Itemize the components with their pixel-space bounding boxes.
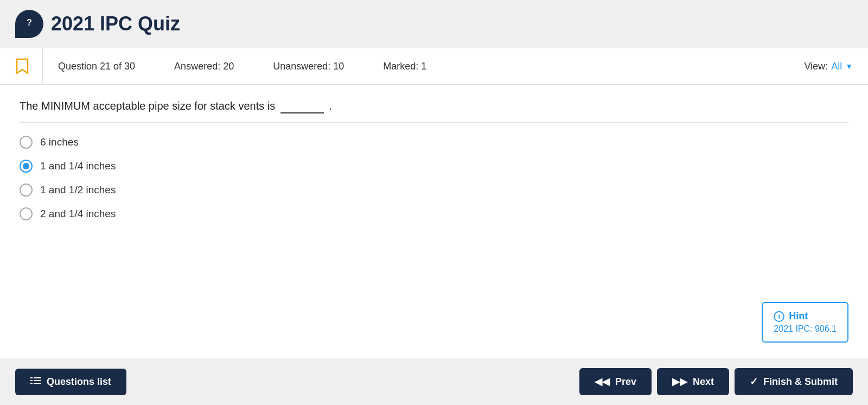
svg-rect-5	[34, 380, 41, 381]
finish-label: Finish & Submit	[763, 376, 838, 388]
view-value: All	[831, 61, 842, 72]
radio-3[interactable]	[20, 183, 33, 197]
next-icon: ▶▶	[672, 376, 687, 388]
footer: Questions list ◀◀ Prev ▶▶ Next ✓ Finish …	[0, 358, 868, 405]
footer-right: ◀◀ Prev ▶▶ Next ✓ Finish & Submit	[579, 368, 853, 395]
radio-1[interactable]	[20, 136, 33, 149]
list-icon	[30, 377, 41, 386]
svg-text:?: ?	[27, 18, 32, 27]
checkmark-icon: ✓	[750, 376, 758, 388]
bookmark-icon	[15, 58, 29, 74]
quiz-icon: ?	[15, 10, 43, 38]
option-label-2: 1 and 1/4 inches	[40, 160, 116, 172]
radio-2[interactable]	[20, 160, 33, 173]
view-label: View:	[804, 61, 828, 72]
question-text-before: The MINIMUM acceptable pipe size for sta…	[20, 100, 275, 112]
hint-label: Hint	[789, 311, 808, 322]
options-container: 6 inches 1 and 1/4 inches 1 and 1/2 inch…	[20, 136, 848, 220]
app-header: ? 2021 IPC Quiz	[0, 0, 868, 48]
svg-rect-4	[34, 377, 41, 378]
answered-count: Answered: 20	[155, 61, 253, 72]
main-content: The MINIMUM acceptable pipe size for sta…	[0, 85, 868, 358]
prev-label: Prev	[615, 376, 636, 388]
question-progress: Question 21 of 30	[43, 61, 155, 72]
chevron-down-icon: ▼	[845, 62, 853, 71]
hint-reference: 2021 IPC: 906.1	[774, 324, 837, 334]
status-bar: Question 21 of 30 Answered: 20 Unanswere…	[0, 48, 868, 85]
bookmark-area[interactable]	[15, 48, 43, 84]
radio-4[interactable]	[20, 207, 33, 220]
questions-list-button[interactable]: Questions list	[15, 369, 126, 395]
option-label-1: 6 inches	[40, 136, 79, 148]
svg-rect-1	[30, 377, 33, 378]
blank-line	[280, 100, 324, 113]
marked-count: Marked: 1	[363, 61, 446, 72]
radio-inner-2	[23, 163, 29, 169]
option-4[interactable]: 2 and 1/4 inches	[20, 207, 848, 220]
view-dropdown[interactable]: View: All ▼	[804, 61, 853, 72]
svg-rect-3	[30, 383, 33, 384]
quiz-icon-svg: ?	[15, 10, 43, 38]
option-label-3: 1 and 1/2 inches	[40, 184, 116, 196]
option-3[interactable]: 1 and 1/2 inches	[20, 183, 848, 197]
svg-rect-6	[34, 383, 41, 384]
option-2[interactable]: 1 and 1/4 inches	[20, 160, 848, 173]
question-text-after: .	[329, 100, 332, 112]
option-label-4: 2 and 1/4 inches	[40, 208, 116, 220]
prev-icon: ◀◀	[595, 376, 610, 388]
questions-list-label: Questions list	[47, 376, 111, 388]
option-1[interactable]: 6 inches	[20, 136, 848, 149]
question-text: The MINIMUM acceptable pipe size for sta…	[20, 100, 848, 123]
next-button[interactable]: ▶▶ Next	[657, 368, 729, 395]
next-label: Next	[693, 376, 714, 388]
info-icon: i	[774, 311, 784, 322]
finish-submit-button[interactable]: ✓ Finish & Submit	[735, 368, 853, 395]
quiz-title: 2021 IPC Quiz	[51, 12, 180, 35]
hint-title: i Hint	[774, 311, 837, 322]
unanswered-count: Unanswered: 10	[253, 61, 363, 72]
hint-box[interactable]: i Hint 2021 IPC: 906.1	[762, 302, 848, 343]
svg-rect-2	[30, 380, 33, 381]
prev-button[interactable]: ◀◀ Prev	[579, 368, 652, 395]
